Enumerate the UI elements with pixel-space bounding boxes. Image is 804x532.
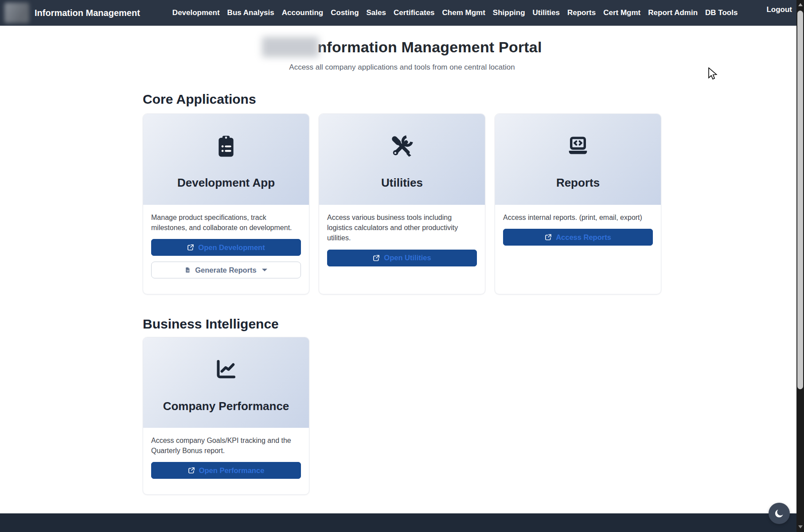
open-development-button[interactable]: Open Development (151, 239, 301, 256)
card-utilities-header: Utilities (319, 114, 485, 205)
open-development-label: Open Development (198, 243, 265, 252)
nav-item-cert-mgmt[interactable]: Cert Mgmt (603, 8, 640, 17)
open-utilities-button[interactable]: Open Utilities (327, 250, 477, 266)
external-link-icon (545, 234, 552, 241)
card-development-description: Manage product specifications, track mil… (151, 212, 301, 233)
nav-item-chem-mgmt[interactable]: Chem Mgmt (442, 8, 485, 17)
brand: Information Management (4, 3, 140, 23)
card-reports: Reports Access internal reports. (print,… (495, 113, 661, 294)
card-development-app: Development App Manage product specifica… (143, 113, 309, 294)
nav-links: Development Bus Analysis Accounting Cost… (172, 8, 792, 17)
nav-item-db-tools[interactable]: DB Tools (705, 8, 738, 17)
card-development-title: Development App (177, 176, 275, 190)
card-utilities-description: Access various business tools including … (327, 212, 477, 243)
hero: nformation Management Portal Access all … (0, 37, 804, 72)
card-company-performance: Company Performance Access company Goals… (143, 337, 309, 495)
company-name-redacted (262, 37, 319, 57)
open-performance-button[interactable]: Open Performance (151, 462, 301, 479)
card-reports-description: Access internal reports. (print, email, … (503, 212, 653, 223)
moon-icon (774, 508, 784, 519)
nav-item-utilities[interactable]: Utilities (533, 8, 560, 17)
access-reports-button[interactable]: Access Reports (503, 229, 653, 246)
card-reports-header: Reports (495, 114, 661, 205)
card-development-header: Development App (143, 114, 309, 205)
top-navbar: Information Management Development Bus A… (0, 0, 804, 26)
nav-item-report-admin[interactable]: Report Admin (648, 8, 698, 17)
bi-cards-row: Company Performance Access company Goals… (143, 337, 661, 495)
chart-line-icon (214, 358, 238, 382)
business-intelligence-heading: Business Intelligence (143, 317, 661, 332)
generate-reports-label: Generate Reports (195, 266, 256, 274)
scrollbar-up-arrow[interactable] (796, 1, 804, 8)
access-reports-label: Access Reports (556, 233, 611, 242)
external-link-icon (187, 244, 194, 251)
generate-reports-dropdown-button[interactable]: Generate Reports (151, 262, 301, 278)
card-utilities: Utilities Access various business tools … (319, 113, 485, 294)
nav-item-costing[interactable]: Costing (331, 8, 359, 17)
open-performance-label: Open Performance (199, 466, 265, 475)
card-utilities-title: Utilities (381, 176, 423, 190)
file-icon (185, 266, 191, 274)
card-reports-title: Reports (556, 176, 600, 190)
page-subtitle: Access all company applications and tool… (0, 63, 804, 72)
nav-item-bus-analysis[interactable]: Bus Analysis (227, 8, 274, 17)
nav-item-development[interactable]: Development (172, 8, 220, 17)
dark-mode-toggle-button[interactable] (769, 503, 790, 524)
nav-item-sales[interactable]: Sales (367, 8, 386, 17)
logout-link[interactable]: Logout (766, 5, 792, 14)
scrollbar-down-arrow[interactable] (796, 523, 804, 531)
external-link-icon (373, 254, 380, 262)
core-applications-heading: Core Applications (143, 92, 661, 107)
laptop-code-icon (566, 134, 590, 158)
page-footer (0, 513, 804, 532)
external-link-icon (188, 467, 195, 474)
card-performance-description: Access company Goals/KPI tracking and th… (151, 435, 301, 456)
scrollbar-thumb[interactable] (797, 11, 803, 389)
screwdriver-wrench-icon (390, 134, 414, 158)
core-cards-row: Development App Manage product specifica… (143, 113, 661, 294)
card-performance-header: Company Performance (143, 337, 309, 428)
nav-item-reports[interactable]: Reports (567, 8, 596, 17)
open-utilities-label: Open Utilities (384, 254, 431, 262)
nav-item-certificates[interactable]: Certificates (394, 8, 435, 17)
caret-down-icon (262, 269, 267, 271)
nav-item-shipping[interactable]: Shipping (493, 8, 525, 17)
nav-item-accounting[interactable]: Accounting (282, 8, 324, 17)
page-title: nformation Management Portal (317, 39, 542, 56)
clipboard-list-icon (214, 134, 238, 158)
company-logo-redacted (4, 3, 29, 23)
scrollbar (796, 0, 804, 532)
brand-title: Information Management (35, 8, 140, 18)
card-performance-title: Company Performance (163, 399, 289, 413)
